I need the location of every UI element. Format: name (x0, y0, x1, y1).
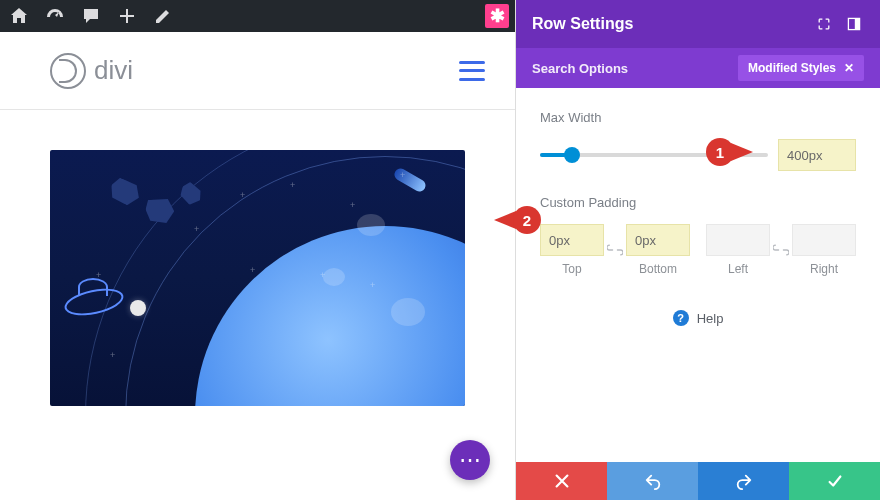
max-width-label: Max Width (540, 110, 856, 125)
panel-header: Row Settings (516, 0, 880, 48)
dashboard-home-icon[interactable] (6, 3, 32, 29)
custom-padding-label: Custom Padding (540, 195, 856, 210)
padding-right-input[interactable] (792, 224, 856, 256)
padding-bottom-input[interactable]: 0px (626, 224, 690, 256)
search-options-label[interactable]: Search Options (532, 61, 628, 76)
site-header: divi (0, 32, 515, 110)
divi-logo-icon (50, 53, 86, 89)
padding-link-vertical-icon[interactable] (604, 244, 626, 256)
site-logo[interactable]: divi (50, 53, 133, 89)
filter-chip-modified-styles[interactable]: Modified Styles ✕ (738, 55, 864, 81)
help-link[interactable]: ? Help (540, 310, 856, 326)
wp-admin-bar: ✱ (0, 0, 515, 32)
dock-icon[interactable] (844, 14, 864, 34)
builder-fab-button[interactable]: ⋯ (450, 440, 490, 480)
annotation-1: 1 (706, 138, 753, 166)
filter-chip-label: Modified Styles (748, 61, 836, 75)
filter-chip-close-icon[interactable]: ✕ (844, 61, 854, 75)
divi-builder-toggle[interactable]: ✱ (485, 4, 509, 28)
svg-rect-1 (855, 18, 860, 29)
panel-footer (516, 462, 880, 500)
redo-button[interactable] (698, 462, 789, 500)
padding-link-horizontal-icon[interactable] (770, 244, 792, 256)
panel-subheader: Search Options Modified Styles ✕ (516, 48, 880, 88)
performance-gauge-icon[interactable] (42, 3, 68, 29)
help-icon: ? (673, 310, 689, 326)
mobile-menu-toggle[interactable] (459, 61, 485, 81)
padding-left-label: Left (728, 262, 748, 276)
help-label: Help (697, 311, 724, 326)
add-new-icon[interactable] (114, 3, 140, 29)
max-width-input[interactable]: 400px (778, 139, 856, 171)
padding-left-input[interactable] (706, 224, 770, 256)
panel-title: Row Settings (532, 15, 633, 33)
site-logo-text: divi (94, 55, 133, 86)
padding-top-input[interactable]: 0px (540, 224, 604, 256)
comments-icon[interactable] (78, 3, 104, 29)
row-preview-image[interactable]: ++++++++++ (50, 150, 465, 406)
expand-icon[interactable] (814, 14, 834, 34)
slider-thumb[interactable] (564, 147, 580, 163)
field-custom-padding: Custom Padding 0px Top 0px Bottom Left (540, 195, 856, 276)
page-canvas: ++++++++++ (0, 110, 515, 406)
undo-button[interactable] (607, 462, 698, 500)
padding-right-label: Right (810, 262, 838, 276)
padding-bottom-label: Bottom (639, 262, 677, 276)
padding-top-label: Top (562, 262, 581, 276)
annotation-2: 2 (494, 206, 541, 234)
field-max-width: Max Width 400px (540, 110, 856, 171)
cancel-button[interactable] (516, 462, 607, 500)
save-button[interactable] (789, 462, 880, 500)
settings-panel: Row Settings Search Options Modified Sty… (515, 0, 880, 500)
edit-pencil-icon[interactable] (150, 3, 176, 29)
